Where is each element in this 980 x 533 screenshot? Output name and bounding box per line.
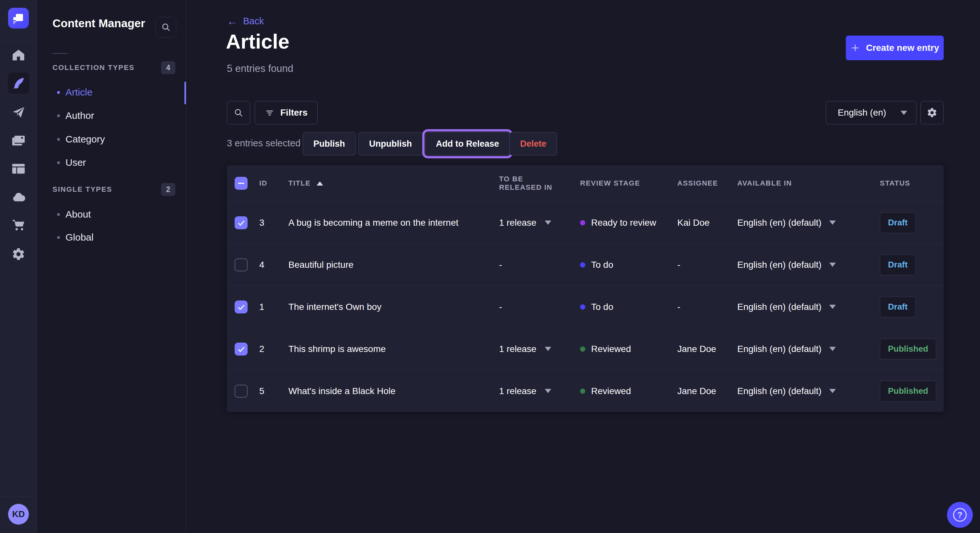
status-badge: Published [880, 381, 936, 401]
publish-button[interactable]: Publish [303, 132, 356, 155]
col-header-status[interactable]: STATUS [867, 179, 944, 187]
table-row[interactable]: 1 The internet's Own boy - To do - Engli… [227, 286, 944, 328]
strapi-logo[interactable] [8, 8, 29, 29]
locale-select[interactable]: English (en) [826, 101, 916, 124]
row-title: What's inside a Black Hole [288, 386, 486, 397]
bullet-icon [57, 236, 60, 239]
selected-count: 3 entries selected [227, 138, 301, 149]
add-to-release-button[interactable]: Add to Release [425, 132, 510, 155]
release-cell[interactable]: 1 release [486, 217, 567, 228]
nav-releases[interactable] [0, 101, 37, 124]
sidebar-item-label: Author [65, 110, 94, 121]
bullet-icon [57, 213, 60, 216]
view-settings-button[interactable] [920, 101, 944, 124]
sidebar-item-user[interactable]: User [37, 151, 186, 174]
review-stage-cell: To do [567, 260, 664, 270]
create-new-entry-button[interactable]: Create new entry [846, 36, 944, 60]
active-item-indicator [185, 82, 186, 104]
sidebar-item-about[interactable]: About [37, 203, 186, 226]
locale-cell[interactable]: English (en) (default) [724, 386, 867, 397]
locale-cell[interactable]: English (en) (default) [724, 217, 867, 228]
col-header-assignee[interactable]: ASSIGNEE [664, 179, 724, 187]
col-header-title[interactable]: TITLE [288, 179, 486, 187]
release-value: 1 release [499, 386, 536, 397]
locale-cell[interactable]: English (en) (default) [724, 260, 867, 270]
subnav-search-button[interactable] [156, 17, 176, 38]
review-stage-value: To do [591, 302, 614, 312]
nav-marketplace[interactable] [0, 213, 37, 236]
row-checkbox[interactable] [235, 216, 248, 229]
layout-icon [11, 162, 25, 176]
single-types-count-badge: 2 [161, 183, 175, 196]
row-checkbox[interactable] [235, 259, 248, 271]
col-header-released[interactable]: TO BE RELEASED IN [486, 175, 567, 192]
chevron-down-icon [829, 220, 836, 225]
release-cell[interactable]: - [486, 260, 567, 270]
filter-icon [265, 108, 275, 117]
collection-types-label: COLLECTION TYPES [52, 63, 135, 72]
review-stage-cell: Reviewed [567, 344, 664, 354]
review-stage-value: To do [591, 260, 614, 270]
table-row[interactable]: 3 A bug is becoming a meme on the intern… [227, 201, 944, 244]
bullet-icon [57, 114, 60, 117]
locale-cell[interactable]: English (en) (default) [724, 302, 867, 312]
filters-button[interactable]: Filters [255, 101, 318, 124]
review-stage-dot [580, 220, 585, 225]
release-value: 1 release [499, 344, 536, 354]
unpublish-button[interactable]: Unpublish [358, 132, 423, 155]
table-header-row: ID TITLE TO BE RELEASED IN REVIEW STAGE … [227, 165, 944, 201]
col-header-review-stage[interactable]: REVIEW STAGE [567, 179, 664, 187]
user-avatar[interactable]: KD [8, 504, 29, 525]
assignee-cell: - [664, 260, 724, 270]
chevron-down-icon [829, 347, 836, 351]
sidebar-item-global[interactable]: Global [37, 226, 186, 249]
table-row[interactable]: 2 This shrimp is awesome 1 release Revie… [227, 328, 944, 370]
select-all-checkbox[interactable] [235, 177, 248, 190]
review-stage-cell: Ready to review [567, 217, 664, 228]
chevron-down-icon [829, 305, 836, 309]
sidebar-item-label: Article [65, 87, 92, 98]
review-stage-dot [580, 346, 585, 352]
nav-content-type-builder[interactable] [0, 157, 37, 180]
gear-icon [11, 247, 25, 261]
col-header-id[interactable]: ID [259, 179, 288, 187]
nav-media-library[interactable] [0, 129, 37, 152]
row-id: 1 [259, 302, 288, 312]
row-id: 5 [259, 386, 288, 397]
col-header-title-label: TITLE [288, 179, 311, 187]
sidebar-item-article[interactable]: Article [37, 81, 186, 104]
release-cell[interactable]: 1 release [486, 344, 567, 354]
table-row[interactable]: 5 What's inside a Black Hole 1 release R… [227, 370, 944, 412]
row-checkbox[interactable] [235, 300, 248, 314]
nav-home[interactable] [0, 43, 37, 67]
nav-settings[interactable] [0, 243, 37, 266]
row-title: This shrimp is awesome [288, 344, 486, 354]
table-row[interactable]: 4 Beautiful picture - To do - English (e… [227, 244, 944, 286]
locale-value: English (en) (default) [737, 386, 821, 397]
row-id: 3 [259, 217, 288, 228]
delete-button[interactable]: Delete [509, 132, 557, 155]
release-cell[interactable]: - [486, 302, 567, 312]
nav-content-manager[interactable] [8, 73, 29, 94]
help-button[interactable]: ? [947, 502, 973, 528]
question-mark-icon: ? [953, 508, 967, 522]
sidebar-item-label: User [65, 157, 86, 168]
release-cell[interactable]: 1 release [486, 386, 567, 397]
page-title: Article [226, 30, 290, 53]
locale-cell[interactable]: English (en) (default) [724, 344, 867, 354]
col-header-available-in[interactable]: AVAILABLE IN [724, 179, 867, 187]
row-checkbox[interactable] [235, 343, 248, 355]
assignee-cell: Kai Doe [664, 217, 724, 228]
sidebar-item-category[interactable]: Category [37, 128, 186, 151]
list-search-button[interactable] [227, 101, 250, 124]
row-title: The internet's Own boy [288, 302, 486, 312]
nav-deploy[interactable] [0, 185, 37, 209]
review-stage-value: Reviewed [591, 386, 631, 397]
row-checkbox[interactable] [235, 385, 248, 398]
back-link[interactable]: ← Back [227, 16, 264, 27]
entries-count: 5 entries found [227, 63, 293, 75]
sidebar-item-author[interactable]: Author [37, 104, 186, 127]
locale-value: English (en) [838, 108, 893, 118]
release-value: 1 release [499, 217, 536, 228]
bullet-icon [57, 161, 60, 164]
